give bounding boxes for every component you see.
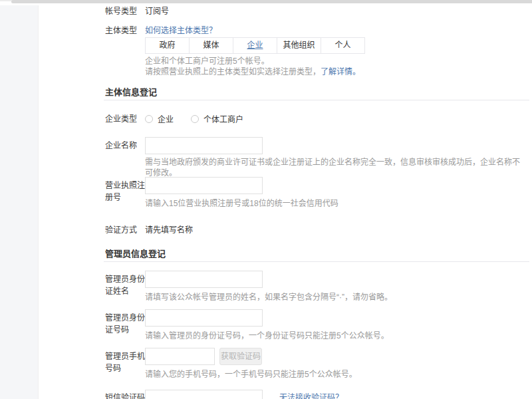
subject-type-help-link[interactable]: 如何选择主体类型？ xyxy=(145,25,525,37)
account-type-label: 帐号类型 xyxy=(105,5,146,17)
tab-enterprise[interactable]: 企业 xyxy=(233,38,277,53)
tab-other-org[interactable]: 其他组织 xyxy=(277,38,321,53)
learn-more-link[interactable]: 了解详情。 xyxy=(321,67,360,76)
registration-page: 帐号类型 订阅号 主体类型 如何选择主体类型？ 政府 媒体 企业 其他组织 个人… xyxy=(0,0,532,399)
subject-type-tabs: 政府 媒体 企业 其他组织 个人 xyxy=(145,37,365,54)
radio-icon xyxy=(191,115,199,123)
subject-section-title: 主体信息登记 xyxy=(105,85,157,98)
sms-code-label: 短信验证码 xyxy=(105,392,146,399)
company-name-hint: 需与当地政府颁发的商业许可证书或企业注册证上的企业名称完全一致，信息审核审核成功… xyxy=(145,157,523,178)
admin-section-divider xyxy=(104,261,529,262)
license-number-input[interactable] xyxy=(145,177,263,194)
admin-name-label: 管理员身份证姓名 xyxy=(105,273,146,297)
radio-option-individual-business[interactable]: 个体工商户 xyxy=(191,113,243,124)
admin-id-label: 管理员身份证号码 xyxy=(105,312,146,336)
admin-name-input[interactable] xyxy=(145,271,263,288)
company-name-input[interactable] xyxy=(145,137,263,154)
admin-phone-input[interactable] xyxy=(145,348,215,365)
account-type-value: 订阅号 xyxy=(145,5,525,17)
admin-phone-label: 管理员手机号码 xyxy=(105,350,146,374)
cannot-receive-code-link[interactable]: 无法接收验证码？ xyxy=(279,392,343,399)
subject-type-note1: 企业和个体工商户可注册5个帐号。 xyxy=(145,56,523,66)
tab-individual[interactable]: 个人 xyxy=(321,38,364,53)
company-name-label: 企业名称 xyxy=(105,140,146,152)
subject-type-note2-text: 请按照营业执照上的主体类型如实选择注册类型， xyxy=(145,67,321,76)
radio-option-enterprise-label: 企业 xyxy=(158,113,174,124)
radio-option-enterprise[interactable]: 企业 xyxy=(145,113,174,124)
admin-section-title: 管理员信息登记 xyxy=(105,247,166,259)
verify-method-label: 验证方式 xyxy=(105,224,146,236)
admin-phone-hint: 请输入您的手机号码，一个手机号码只能注册5个公众帐号。 xyxy=(145,369,523,380)
admin-id-input[interactable] xyxy=(145,309,263,327)
license-number-label: 营业执照注册号 xyxy=(105,180,146,203)
subject-section-divider xyxy=(104,100,529,100)
tab-media[interactable]: 媒体 xyxy=(189,38,233,53)
top-panel-edge xyxy=(11,0,532,3)
admin-id-hint: 请输入管理员的身份证号码，一个身份证号码只能注册5个公众帐号。 xyxy=(145,331,523,341)
radio-icon xyxy=(145,115,153,123)
subject-type-label: 主体类型 xyxy=(105,25,146,37)
left-gutter-panel xyxy=(0,5,39,399)
verify-method-value: 请先填写名称 xyxy=(145,224,525,236)
subject-type-note2: 请按照营业执照上的主体类型如实选择注册类型，了解详情。 xyxy=(145,66,523,77)
sms-code-input[interactable] xyxy=(145,390,263,399)
admin-name-hint: 请填写该公众帐号管理员的姓名，如果名字包含分隔号“·”，请勿省略。 xyxy=(145,292,523,303)
radio-option-individual-business-label: 个体工商户 xyxy=(203,113,243,124)
company-type-options: 企业 个体工商户 xyxy=(145,113,243,124)
company-type-label: 企业类型 xyxy=(105,113,146,125)
license-number-hint: 请输入15位营业执照注册号或18位的统一社会信用代码 xyxy=(145,198,523,209)
tab-government[interactable]: 政府 xyxy=(146,38,189,53)
get-sms-code-button[interactable]: 获取验证码 xyxy=(219,348,262,365)
